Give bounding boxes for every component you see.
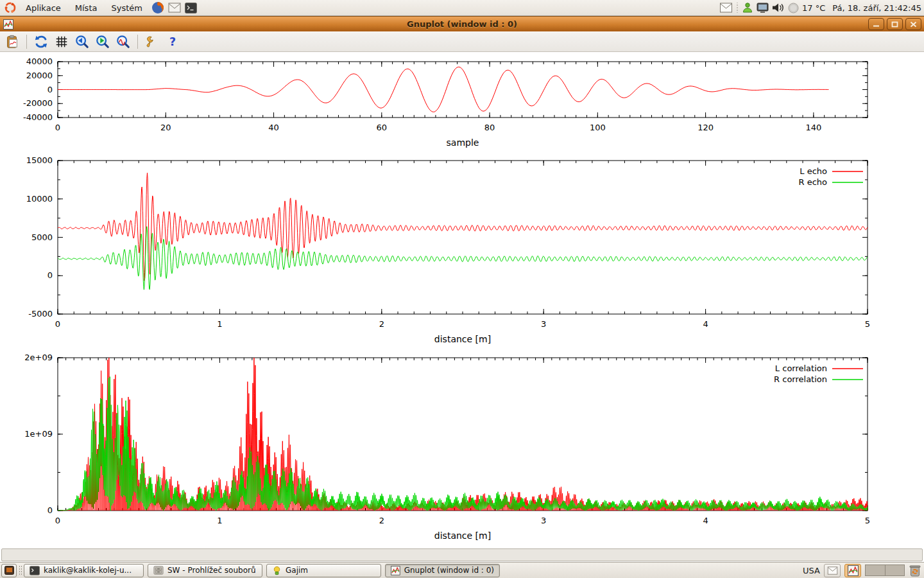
- svg-text:10000: 10000: [26, 194, 53, 204]
- svg-text:100: 100: [590, 123, 606, 132]
- svg-text:3: 3: [541, 516, 546, 525]
- chart-1: 020406080100120140-40000-200000200004000…: [23, 57, 868, 148]
- chart-3-xlabel: distance [m]: [434, 530, 491, 541]
- menu-aplikace[interactable]: Aplikace: [19, 1, 67, 15]
- svg-text:-5000: -5000: [28, 309, 53, 319]
- replot-refresh-icon: [34, 35, 48, 49]
- bottom-taskbar: kaklik@kaklik-kolej-u... SW - Prohlížeč …: [0, 562, 924, 578]
- svg-text:-40000: -40000: [23, 112, 53, 122]
- window-statusbar: [1, 548, 923, 561]
- user-switcher-icon[interactable]: [742, 2, 753, 13]
- autoscale-button[interactable]: [115, 33, 132, 50]
- svg-text:R echo: R echo: [798, 177, 827, 187]
- svg-text:0: 0: [55, 319, 60, 329]
- replot-button[interactable]: [33, 33, 49, 50]
- clock[interactable]: Pá, 18. září, 21:42:45: [832, 3, 921, 13]
- mail-notification-icon[interactable]: [719, 3, 733, 13]
- firefox-launcher[interactable]: [151, 1, 165, 15]
- toolbar-separator: [137, 35, 138, 49]
- svg-text:5000: 5000: [31, 232, 53, 242]
- svg-text:80: 80: [484, 123, 495, 132]
- svg-text:0: 0: [47, 505, 53, 515]
- zoom-next-button[interactable]: [94, 33, 111, 50]
- help-icon: ?: [166, 35, 180, 49]
- mail-tray-button[interactable]: [824, 564, 841, 577]
- plots-canvas: 020406080100120140-40000-200000200004000…: [0, 52, 924, 547]
- weather-icon[interactable]: [788, 3, 799, 13]
- chart-1-xlabel: sample: [447, 137, 479, 148]
- close-button[interactable]: [905, 18, 921, 30]
- taskbar-item-label: Gnuplot (window id : 0): [404, 566, 494, 575]
- minimize-button[interactable]: [868, 18, 884, 30]
- toolbar-separator: [26, 35, 27, 49]
- window-title: Gnuplot (window id : 0): [0, 19, 924, 29]
- configure-button[interactable]: [144, 33, 160, 50]
- svg-text:40: 40: [268, 123, 279, 132]
- menu-system[interactable]: Systém: [105, 1, 148, 15]
- svg-text:5: 5: [865, 319, 870, 329]
- grid-button[interactable]: [53, 33, 70, 50]
- svg-text:120: 120: [697, 123, 714, 132]
- temperature-indicator[interactable]: 17 °C: [802, 3, 825, 13]
- maximize-button[interactable]: [887, 18, 903, 30]
- chart-3: 01234501e+092e+09distance [m]L correlati…: [24, 353, 870, 541]
- svg-text:4: 4: [703, 516, 708, 525]
- taskbar-item-label: kaklik@kaklik-kolej-u...: [44, 566, 132, 575]
- svg-text:1e+09: 1e+09: [24, 429, 53, 439]
- window-titlebar[interactable]: Gnuplot (window id : 0): [0, 16, 924, 31]
- series-l-correlation: [58, 358, 868, 511]
- taskbar-item-file-manager[interactable]: SW - Prohlížeč souborů: [148, 564, 262, 577]
- chart-2-xlabel: distance [m]: [434, 334, 491, 344]
- copy-to-clipboard-icon: [5, 35, 19, 49]
- ubuntu-logo-icon: [4, 1, 17, 14]
- grid-icon: [55, 35, 69, 49]
- help-button[interactable]: ?: [164, 33, 181, 50]
- taskbar-item-gajim[interactable]: Gajim: [266, 564, 381, 577]
- svg-text:40000: 40000: [26, 57, 53, 66]
- workspace-1[interactable]: [866, 565, 885, 575]
- chart-2: 012345-5000050001000015000distance [m]L …: [26, 155, 871, 344]
- svg-text:3: 3: [541, 319, 546, 329]
- desktop-screen: Aplikace Místa Systém: [0, 0, 924, 578]
- menu-mista[interactable]: Místa: [69, 1, 104, 15]
- taskbar-item-gnuplot[interactable]: Gnuplot (window id : 0): [385, 564, 500, 577]
- series-r-echo: [58, 227, 868, 290]
- close-icon: [910, 21, 917, 28]
- file-manager-icon: [153, 566, 164, 575]
- mail-launcher[interactable]: [167, 1, 182, 15]
- keyboard-layout-indicator[interactable]: USA: [803, 566, 820, 575]
- show-desktop-button[interactable]: [1, 564, 17, 577]
- zoom-next-icon: [96, 35, 110, 49]
- display-icon[interactable]: [757, 3, 769, 13]
- svg-text:1: 1: [217, 516, 222, 525]
- workspace-switcher[interactable]: [865, 565, 905, 576]
- ubuntu-menu-icon[interactable]: [3, 1, 17, 15]
- tasklist-handle[interactable]: [19, 565, 22, 575]
- trash-icon[interactable]: [909, 564, 921, 577]
- terminal-launcher[interactable]: [184, 1, 198, 15]
- gajim-icon: [272, 566, 282, 575]
- zoom-previous-button[interactable]: [74, 33, 90, 50]
- gnuplot-icon: [848, 565, 859, 576]
- taskbar-item-label: SW - Prohlížeč souborů: [167, 566, 256, 575]
- workspace-2[interactable]: [885, 565, 904, 575]
- svg-text:?: ?: [169, 35, 176, 48]
- svg-text:-20000: -20000: [23, 98, 53, 108]
- copy-to-clipboard-button[interactable]: [4, 33, 21, 50]
- svg-text:60: 60: [377, 123, 388, 132]
- plot-area[interactable]: 020406080100120140-40000-200000200004000…: [0, 52, 924, 547]
- configure-wrench-icon: [145, 35, 159, 49]
- svg-text:0: 0: [55, 123, 60, 132]
- svg-text:140: 140: [805, 123, 821, 132]
- gnuplot-tray-button[interactable]: [844, 564, 861, 577]
- gnuplot-icon: [391, 566, 400, 575]
- zoom-previous-icon: [75, 35, 89, 49]
- terminal-icon: [185, 3, 197, 13]
- svg-text:2: 2: [379, 319, 384, 329]
- volume-icon[interactable]: [772, 3, 785, 13]
- svg-text:2e+09: 2e+09: [24, 353, 53, 362]
- mail-icon: [168, 3, 181, 13]
- minimize-icon: [873, 21, 880, 27]
- gnuplot-window: Gnuplot (window id : 0): [0, 16, 924, 562]
- taskbar-item-terminal[interactable]: kaklik@kaklik-kolej-u...: [24, 564, 144, 577]
